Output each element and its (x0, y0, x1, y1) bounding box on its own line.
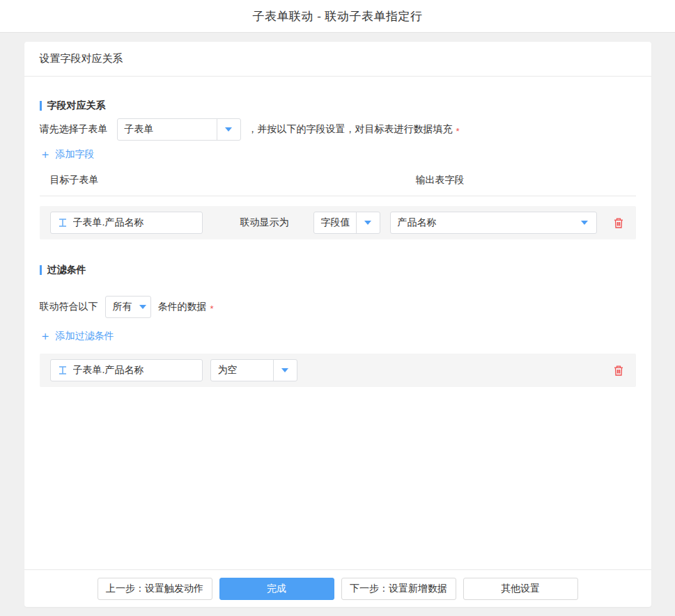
required-asterisk: * (210, 303, 214, 314)
section-marker (40, 101, 42, 111)
card-body: 字段对应关系 请先选择子表单 子表单 ，并按以下的字段设置，对目标表进行数据填充… (24, 77, 651, 569)
display-mode-value: 字段值 (314, 216, 356, 229)
card-title: 设置字段对应关系 (40, 52, 123, 65)
mapping-description: ，并按以下的字段设置，对目标表进行数据填充 (248, 123, 453, 136)
mapping-table-headers: 目标子表单 输出表字段 (40, 174, 636, 196)
filter-operator-value: 为空 (211, 364, 273, 377)
match-mode-select[interactable]: 所有 (105, 296, 151, 318)
output-field-caret-box[interactable] (573, 212, 596, 233)
trash-icon (613, 365, 624, 377)
column-header-target-subform: 目标子表单 (40, 174, 416, 187)
column-header-output-field: 输出表字段 (416, 174, 465, 187)
subform-select-label: 请先选择子表单 (40, 123, 108, 136)
subform-select[interactable]: 子表单 (117, 118, 241, 141)
filter-row: 子表单.产品名称 为空 (40, 354, 636, 387)
match-prefix-label: 联动符合以下 (40, 301, 98, 313)
add-filter-button[interactable]: ＋ 添加过滤条件 (40, 330, 114, 342)
add-field-label: 添加字段 (56, 148, 95, 161)
next-step-button[interactable]: 下一步：设置新增数据 (341, 578, 456, 600)
mapping-row: 子表单.产品名称 联动显示为 字段值 产品名称 (40, 206, 636, 239)
match-mode-value: 所有 (106, 301, 135, 313)
card-footer: 上一步：设置触发动作 完成 下一步：设置新增数据 其他设置 (24, 569, 651, 607)
prev-step-button[interactable]: 上一步：设置触发动作 (98, 578, 212, 600)
link-display-label: 联动显示为 (240, 216, 289, 229)
card-header: 设置字段对应关系 (24, 42, 651, 77)
display-mode-caret-box[interactable] (356, 212, 380, 233)
output-field-select[interactable]: 产品名称 (390, 212, 597, 234)
section-filter-title: 过滤条件 (40, 264, 636, 276)
page-title: 子表单联动 - 联动子表单指定行 (252, 8, 422, 24)
target-field-value: 子表单.产品名称 (73, 216, 144, 229)
section-filter-label: 过滤条件 (47, 264, 86, 276)
text-field-icon (58, 218, 68, 228)
add-filter-label: 添加过滤条件 (56, 330, 114, 342)
done-button[interactable]: 完成 (219, 578, 334, 600)
subform-select-value: 子表单 (118, 123, 217, 136)
trash-icon (613, 217, 624, 229)
chevron-down-icon (364, 221, 371, 225)
output-field-value: 产品名称 (391, 216, 573, 229)
filter-field-box[interactable]: 子表单.产品名称 (50, 359, 203, 381)
chevron-down-icon (581, 221, 588, 225)
settings-card: 设置字段对应关系 字段对应关系 请先选择子表单 子表单 ，并按以下的字段设置，对… (24, 42, 651, 607)
section-field-mapping-label: 字段对应关系 (47, 100, 106, 112)
plus-icon: ＋ (40, 331, 52, 341)
add-field-button[interactable]: ＋ 添加字段 (40, 148, 95, 161)
section-marker (40, 265, 42, 275)
match-suffix-label: 条件的数据 (158, 301, 207, 313)
subform-select-row: 请先选择子表单 子表单 ，并按以下的字段设置，对目标表进行数据填充 * (40, 118, 636, 141)
filter-operator-select[interactable]: 为空 (210, 359, 297, 381)
filter-operator-caret-box[interactable] (273, 360, 297, 381)
delete-mapping-row-button[interactable] (612, 216, 626, 230)
chevron-down-icon (139, 305, 146, 309)
top-header-bar: 子表单联动 - 联动子表单指定行 (0, 0, 675, 33)
plus-icon: ＋ (40, 150, 52, 159)
chevron-down-icon (225, 127, 232, 132)
display-mode-select[interactable]: 字段值 (313, 212, 380, 234)
chevron-down-icon (281, 368, 288, 372)
required-asterisk: * (456, 126, 460, 136)
section-field-mapping-title: 字段对应关系 (40, 100, 636, 112)
delete-filter-row-button[interactable] (612, 363, 626, 378)
target-field-box[interactable]: 子表单.产品名称 (50, 212, 203, 234)
subform-select-caret-box[interactable] (217, 119, 240, 140)
filter-field-value: 子表单.产品名称 (73, 364, 144, 377)
filter-match-row: 联动符合以下 所有 条件的数据 * (40, 296, 636, 318)
other-settings-button[interactable]: 其他设置 (463, 578, 578, 600)
header-divider (40, 196, 636, 196)
match-mode-caret-box[interactable] (135, 297, 150, 317)
text-field-icon (58, 365, 68, 375)
